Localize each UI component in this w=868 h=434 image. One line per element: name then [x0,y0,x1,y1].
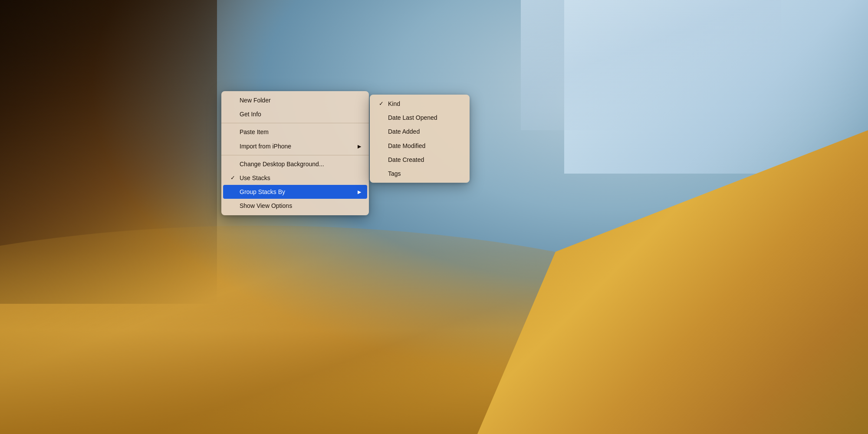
checkmark-use-stacks: ✓ [229,174,236,182]
arrow-import-icon: ▶ [358,143,361,149]
separator-1 [221,123,369,123]
separator-2 [221,155,369,155]
menu-item-paste-item[interactable]: Paste Item [221,125,369,139]
submenu-label-date-modified: Date Modified [388,142,425,150]
menu-item-show-view-options[interactable]: Show View Options [221,199,369,213]
menu-label-get-info: Get Info [240,110,261,118]
sky-overlay-2 [521,0,781,130]
submenu-item-date-modified[interactable]: Date Modified [370,139,470,153]
menu-item-change-desktop-bg[interactable]: Change Desktop Background... [221,157,369,171]
menu-item-group-stacks-by[interactable]: Group Stacks By ▶ [223,185,367,199]
submenu-item-date-last-opened[interactable]: Date Last Opened [370,111,470,125]
submenu-item-kind[interactable]: ✓ Kind [370,97,470,111]
menu-label-change-bg: Change Desktop Background... [240,160,324,168]
submenu-label-tags: Tags [388,170,401,178]
menu-item-new-folder[interactable]: New Folder [221,93,369,107]
submenu-label-kind: Kind [388,100,400,108]
submenu-item-date-added[interactable]: Date Added [370,125,470,138]
menu-label-group-stacks: Group Stacks By [240,188,285,196]
submenu-group-stacks-by: ✓ Kind Date Last Opened Date Added Date … [370,95,470,183]
submenu-label-date-last-opened: Date Last Opened [388,114,437,122]
menu-label-new-folder: New Folder [240,96,271,104]
context-menu: New Folder Get Info Paste Item Import fr… [221,91,369,215]
submenu-label-date-added: Date Added [388,128,420,135]
menu-label-use-stacks: Use Stacks [240,174,270,182]
submenu-item-tags[interactable]: Tags [370,167,470,181]
menu-item-use-stacks[interactable]: ✓ Use Stacks [221,171,369,185]
menu-item-get-info[interactable]: Get Info [221,107,369,121]
menu-label-view-options: Show View Options [240,202,292,210]
submenu-item-date-created[interactable]: Date Created [370,153,470,167]
checkmark-kind: ✓ [378,100,385,108]
submenu-label-date-created: Date Created [388,156,424,164]
menu-label-import: Import from iPhone [240,142,291,150]
arrow-group-stacks-icon: ▶ [358,189,361,195]
menu-item-import-from-iphone[interactable]: Import from iPhone ▶ [221,139,369,153]
menu-label-paste-item: Paste Item [240,128,269,136]
